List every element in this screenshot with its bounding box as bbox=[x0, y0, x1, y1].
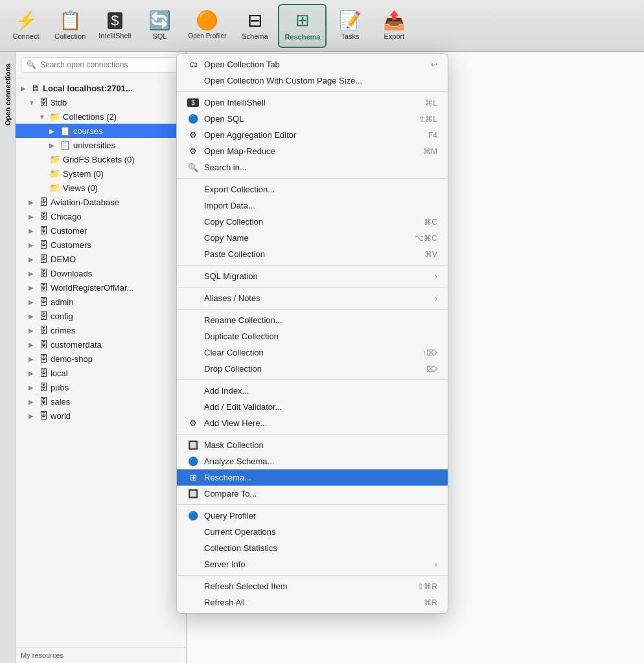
database-icon: 🗄 bbox=[39, 339, 48, 350]
menu-sql-migration[interactable]: SQL Migration › bbox=[177, 268, 448, 284]
menu-analyze-schema[interactable]: 🔵 Analyze Schema... bbox=[177, 453, 448, 469]
sidebar-tab-bar: Open connections bbox=[0, 52, 16, 663]
menu-open-mapreduce[interactable]: ⚙ Open Map-Reduce ⌘M bbox=[177, 143, 448, 159]
menu-current-operations[interactable]: Current Operations bbox=[177, 524, 448, 540]
toolbar-connect-label: Connect bbox=[13, 32, 40, 40]
tree-item-localhost[interactable]: ▶ 🖥 Local localhost:2701... bbox=[16, 81, 186, 95]
toolbar-reschema[interactable]: ⊞ Reschema bbox=[278, 4, 327, 48]
tree-item-collections[interactable]: ▼ 📁 Collections (2) bbox=[16, 109, 186, 124]
toolbar-sql-label: SQL bbox=[152, 32, 167, 40]
search-input-wrap[interactable]: 🔍 bbox=[21, 57, 181, 73]
folder-icon: 📁 bbox=[49, 154, 60, 164]
tree-label-views: Views (0) bbox=[63, 183, 98, 193]
menu-open-custom-page[interactable]: Open Collection With Custom Page Size... bbox=[177, 73, 448, 89]
menu-collection-statistics[interactable]: Collection Statistics bbox=[177, 540, 448, 556]
database-icon: 🗄 bbox=[39, 368, 48, 378]
menu-drop-collection[interactable]: Drop Collection ⌦ bbox=[177, 361, 448, 377]
menu-label-search-in: Search in... bbox=[204, 163, 437, 172]
tree-label-courses: courses bbox=[73, 126, 103, 136]
menu-shortcut-copy-collection: ⌘C bbox=[424, 218, 437, 227]
collection-icon: 📋 bbox=[59, 12, 82, 30]
tree-item-admin[interactable]: ▶ 🗄 admin bbox=[16, 295, 186, 309]
menu-separator-9 bbox=[177, 575, 448, 576]
menu-open-aggregation[interactable]: ⚙ Open Aggregation Editor F4 bbox=[177, 127, 448, 143]
tree-item-aviation[interactable]: ▶ 🗄 Aviation-Database bbox=[16, 195, 186, 209]
menu-label-open-collection-tab: Open Collection Tab bbox=[204, 60, 426, 69]
menu-label-reschema: Reschema... bbox=[204, 473, 437, 482]
tree-item-crimes[interactable]: ▶ 🗄 crimes bbox=[16, 323, 186, 337]
tree-item-system[interactable]: 📁 System (0) bbox=[16, 166, 186, 181]
tree-item-views[interactable]: 📁 Views (0) bbox=[16, 181, 186, 195]
menu-clear-collection[interactable]: Clear Collection ↑⌦ bbox=[177, 344, 448, 361]
tree-item-pubs[interactable]: ▶ 🗄 pubs bbox=[16, 380, 186, 394]
tree-item-customer[interactable]: ▶ 🗄 Customer bbox=[16, 223, 186, 238]
menu-separator-2 bbox=[177, 178, 448, 179]
menu-add-index[interactable]: Add Index... bbox=[177, 383, 448, 399]
tree-item-demo-shop[interactable]: ▶ 🗄 demo-shop bbox=[16, 352, 186, 366]
toolbar-open-profiler[interactable]: 🟠 Open Profiler bbox=[183, 4, 231, 48]
menu-query-profiler[interactable]: 🔵 Query Profiler bbox=[177, 508, 448, 524]
menu-refresh-selected[interactable]: Refresh Selected Item ⇧⌘R bbox=[177, 578, 448, 594]
menu-separator-3 bbox=[177, 265, 448, 265]
tree-item-chicago[interactable]: ▶ 🗄 Chicago bbox=[16, 209, 186, 223]
menu-open-intellishell[interactable]: $ Open IntelliShell ⌘L bbox=[177, 95, 448, 111]
toolbar-schema-label: Schema bbox=[242, 32, 268, 40]
tree-item-gridfs[interactable]: 📁 GridFS Buckets (0) bbox=[16, 152, 186, 166]
menu-search-in[interactable]: 🔍 Search in... bbox=[177, 159, 448, 175]
my-resources-tab[interactable]: My resources bbox=[16, 647, 186, 663]
search-input[interactable] bbox=[40, 60, 175, 69]
tree-item-downloads[interactable]: ▶ 🗄 Downloads bbox=[16, 266, 186, 280]
menu-paste-collection[interactable]: Paste Collection ⌘V bbox=[177, 246, 448, 262]
menu-compare-to[interactable]: 🔲 Compare To... bbox=[177, 486, 448, 502]
menu-rename-collection[interactable]: Rename Collection... bbox=[177, 312, 448, 328]
menu-copy-collection[interactable]: Copy Collection ⌘C bbox=[177, 214, 448, 230]
menu-reschema[interactable]: ⊞ Reschema... bbox=[177, 469, 448, 486]
tree-item-customers[interactable]: ▶ 🗄 Customers bbox=[16, 238, 186, 252]
toolbar-sql[interactable]: 🔄 SQL bbox=[139, 4, 180, 48]
toolbar-collection[interactable]: 📋 Collection bbox=[49, 4, 91, 48]
toolbar-export[interactable]: 📤 Export bbox=[373, 4, 415, 48]
open-connections-tab[interactable]: Open connections bbox=[2, 58, 14, 131]
connect-icon: ⚡ bbox=[15, 12, 38, 30]
menu-label-copy-collection: Copy Collection bbox=[204, 217, 419, 227]
tree-item-local[interactable]: ▶ 🗄 local bbox=[16, 366, 186, 380]
database-icon: 🗄 bbox=[39, 254, 48, 264]
chevron-icon: ▶ bbox=[29, 270, 36, 277]
tree-item-worldregister[interactable]: ▶ 🗄 WorldRegisterOfMar... bbox=[16, 280, 186, 295]
tree-item-sales[interactable]: ▶ 🗄 sales bbox=[16, 394, 186, 409]
menu-shortcut-refresh-selected: ⇧⌘R bbox=[417, 582, 437, 591]
toolbar-intellishell[interactable]: $ IntelliShell bbox=[93, 4, 136, 48]
tree-item-world[interactable]: ▶ 🗄 world bbox=[16, 409, 186, 423]
tree-item-demo[interactable]: ▶ 🗄 DEMO bbox=[16, 252, 186, 266]
menu-server-info[interactable]: Server Info › bbox=[177, 556, 448, 572]
menu-copy-name[interactable]: Copy Name ⌥⌘C bbox=[177, 230, 448, 246]
schema-icon: ⊟ bbox=[247, 12, 262, 30]
menu-refresh-all[interactable]: Refresh All ⌘R bbox=[177, 594, 448, 611]
menu-label-export: Export Collection... bbox=[204, 185, 437, 194]
menu-shortcut-open-collection-tab: ↩ bbox=[431, 60, 437, 69]
menu-open-collection-tab[interactable]: 🗂 Open Collection Tab ↩ bbox=[177, 56, 448, 73]
menu-export-collection[interactable]: Export Collection... bbox=[177, 181, 448, 197]
menu-duplicate-collection[interactable]: Duplicate Collection bbox=[177, 328, 448, 344]
toolbar-tasks[interactable]: 📝 Tasks bbox=[329, 4, 371, 48]
menu-aliases-notes[interactable]: Aliases / Notes › bbox=[177, 290, 448, 306]
menu-separator-8 bbox=[177, 504, 448, 505]
open-tab-icon: 🗂 bbox=[187, 60, 199, 69]
menu-mask-collection[interactable]: 🔲 Mask Collection bbox=[177, 437, 448, 453]
menu-add-view-here[interactable]: ⚙ Add View Here... bbox=[177, 415, 448, 431]
tree-item-config[interactable]: ▶ 🗄 config bbox=[16, 309, 186, 323]
toolbar-connect[interactable]: ⚡ Connect bbox=[5, 4, 47, 48]
tree-item-3tdb[interactable]: ▼ 🗄 3tdb bbox=[16, 95, 186, 109]
toolbar-schema[interactable]: ⊟ Schema bbox=[234, 4, 275, 48]
tree-item-customerdata[interactable]: ▶ 🗄 customerdata bbox=[16, 337, 186, 352]
context-menu: 🗂 Open Collection Tab ↩ Open Collection … bbox=[176, 53, 448, 614]
tree-item-courses[interactable]: ▶ 📋 courses bbox=[16, 124, 186, 138]
menu-add-validator[interactable]: Add / Edit Validator... bbox=[177, 399, 448, 415]
submenu-arrow-server-info: › bbox=[435, 560, 437, 569]
reschema-menu-icon: ⊞ bbox=[187, 473, 199, 482]
tree-label-demo: DEMO bbox=[51, 254, 76, 264]
menu-open-sql[interactable]: 🔵 Open SQL ⇧⌘L bbox=[177, 111, 448, 127]
sidebar-search: 🔍 bbox=[16, 52, 186, 78]
tree-item-universities[interactable]: ▶ 📋 universities bbox=[16, 138, 186, 152]
menu-import-data[interactable]: Import Data... bbox=[177, 197, 448, 214]
